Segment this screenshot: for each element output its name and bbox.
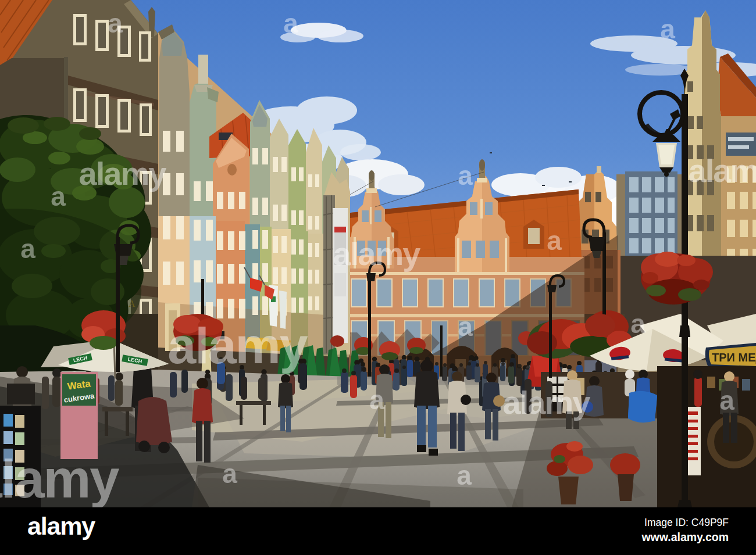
svg-text:alamy: alamy xyxy=(0,449,119,509)
svg-text:a: a xyxy=(457,460,472,490)
svg-text:a: a xyxy=(660,14,675,44)
svg-text:a: a xyxy=(283,8,298,38)
svg-text:a: a xyxy=(222,459,237,489)
svg-text:alamy: alamy xyxy=(503,384,591,421)
svg-text:a: a xyxy=(719,385,734,416)
svg-text:alamy: alamy xyxy=(167,317,308,374)
svg-text:alamy: alamy xyxy=(79,155,167,192)
svg-text:Image ID: C49P9F: Image ID: C49P9F xyxy=(644,517,729,528)
svg-text:a: a xyxy=(458,160,473,191)
svg-text:alamy: alamy xyxy=(689,152,756,189)
svg-text:a: a xyxy=(20,234,35,264)
svg-text:a: a xyxy=(547,225,562,256)
svg-text:alamy: alamy xyxy=(333,235,421,272)
svg-text:a: a xyxy=(51,181,66,212)
svg-text:alamy: alamy xyxy=(27,512,95,540)
svg-text:a: a xyxy=(108,8,123,38)
svg-text:a: a xyxy=(630,309,646,339)
svg-text:a: a xyxy=(369,385,384,415)
svg-text:a: a xyxy=(458,311,473,342)
svg-text:www.alamy.com: www.alamy.com xyxy=(641,531,729,543)
svg-text:ТРИ МЕД: ТРИ МЕД xyxy=(712,351,756,364)
